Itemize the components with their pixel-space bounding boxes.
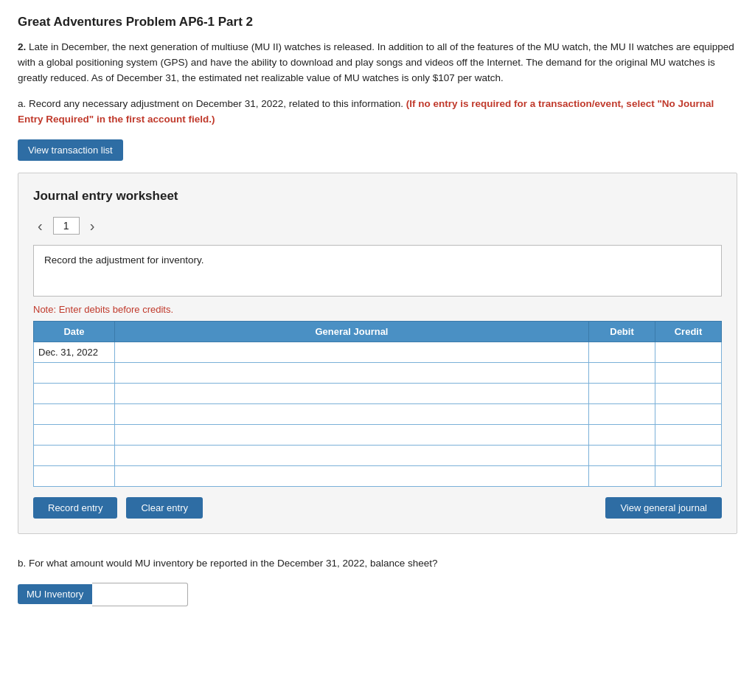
debit-cell-1[interactable] <box>589 342 655 362</box>
credit-cell-1[interactable] <box>655 342 722 362</box>
journal-cell-5[interactable] <box>115 424 589 445</box>
credit-cell-6[interactable] <box>655 445 722 465</box>
journal-input-6[interactable] <box>115 446 588 465</box>
journal-input-5[interactable] <box>115 425 588 445</box>
credit-cell-2[interactable] <box>655 362 722 383</box>
debit-input-1[interactable] <box>589 342 655 362</box>
problem-body: Late in December, the next generation of… <box>18 41 734 83</box>
mu-inventory-label: MU Inventory <box>18 584 92 604</box>
date-cell-6 <box>34 445 115 465</box>
col-credit-header: Credit <box>655 321 722 342</box>
credit-cell-7[interactable] <box>655 465 722 486</box>
table-row <box>34 403 722 424</box>
problem-text: 2. Late in December, the next generation… <box>18 40 737 86</box>
date-cell-2 <box>34 362 115 383</box>
instruction-a: a. Record any necessary adjustment on De… <box>18 97 737 128</box>
mu-inventory-input[interactable] <box>92 583 188 606</box>
col-date-header: Date <box>34 321 115 342</box>
journal-cell-1[interactable] <box>115 342 589 362</box>
journal-input-3[interactable] <box>115 384 588 403</box>
journal-cell-7[interactable] <box>115 465 589 486</box>
page-title: Great Adventures Problem AP6-1 Part 2 <box>18 15 737 30</box>
col-debit-header: Debit <box>589 321 655 342</box>
credit-cell-5[interactable] <box>655 424 722 445</box>
credit-input-7[interactable] <box>655 466 721 486</box>
table-row: Dec. 31, 2022 <box>34 342 722 362</box>
journal-input-7[interactable] <box>115 466 588 486</box>
page-number-box: 1 <box>53 217 80 235</box>
date-cell-5 <box>34 424 115 445</box>
journal-cell-3[interactable] <box>115 383 589 403</box>
next-arrow[interactable]: › <box>86 216 100 236</box>
credit-cell-4[interactable] <box>655 403 722 424</box>
debit-input-3[interactable] <box>589 384 655 403</box>
date-cell-7 <box>34 465 115 486</box>
worksheet-title: Journal entry worksheet <box>33 188 722 204</box>
table-row <box>34 465 722 486</box>
part-b-text: b. For what amount would MU inventory be… <box>18 556 737 571</box>
note-text: Note: Enter debits before credits. <box>33 304 722 315</box>
credit-input-6[interactable] <box>655 446 721 465</box>
record-entry-button[interactable]: Record entry <box>33 497 117 519</box>
debit-cell-2[interactable] <box>589 362 655 383</box>
credit-input-5[interactable] <box>655 425 721 445</box>
nav-row: ‹ 1 › <box>33 216 722 236</box>
journal-cell-6[interactable] <box>115 445 589 465</box>
debit-input-7[interactable] <box>589 466 655 486</box>
instruction-a-prefix: a. Record any necessary adjustment on De… <box>18 98 403 109</box>
debit-cell-5[interactable] <box>589 424 655 445</box>
credit-input-2[interactable] <box>655 363 721 383</box>
credit-cell-3[interactable] <box>655 383 722 403</box>
debit-input-5[interactable] <box>589 425 655 445</box>
table-row <box>34 362 722 383</box>
table-row <box>34 383 722 403</box>
description-box: Record the adjustment for inventory. <box>33 245 722 297</box>
clear-entry-button[interactable]: Clear entry <box>126 497 203 519</box>
journal-input-1[interactable] <box>115 342 588 362</box>
debit-input-2[interactable] <box>589 363 655 383</box>
problem-number: 2. <box>18 41 26 52</box>
button-row: Record entry Clear entry View general jo… <box>33 497 722 519</box>
journal-input-2[interactable] <box>115 363 588 383</box>
credit-input-4[interactable] <box>655 404 721 424</box>
credit-input-3[interactable] <box>655 384 721 403</box>
journal-table: Date General Journal Debit Credit Dec. 3… <box>33 321 722 487</box>
col-journal-header: General Journal <box>115 321 589 342</box>
debit-cell-6[interactable] <box>589 445 655 465</box>
journal-cell-4[interactable] <box>115 403 589 424</box>
part-b-input-row: MU Inventory <box>18 583 737 606</box>
worksheet-container: Journal entry worksheet ‹ 1 › Record the… <box>18 173 737 534</box>
table-row <box>34 445 722 465</box>
journal-cell-2[interactable] <box>115 362 589 383</box>
date-cell-3 <box>34 383 115 403</box>
date-cell-1: Dec. 31, 2022 <box>34 342 115 362</box>
debit-input-4[interactable] <box>589 404 655 424</box>
debit-cell-3[interactable] <box>589 383 655 403</box>
debit-cell-4[interactable] <box>589 403 655 424</box>
debit-input-6[interactable] <box>589 446 655 465</box>
journal-input-4[interactable] <box>115 404 588 424</box>
debit-cell-7[interactable] <box>589 465 655 486</box>
prev-arrow[interactable]: ‹ <box>33 216 47 236</box>
view-transaction-button[interactable]: View transaction list <box>18 139 123 161</box>
view-general-journal-button[interactable]: View general journal <box>605 497 722 519</box>
table-row <box>34 424 722 445</box>
date-cell-4 <box>34 403 115 424</box>
credit-input-1[interactable] <box>655 342 721 362</box>
